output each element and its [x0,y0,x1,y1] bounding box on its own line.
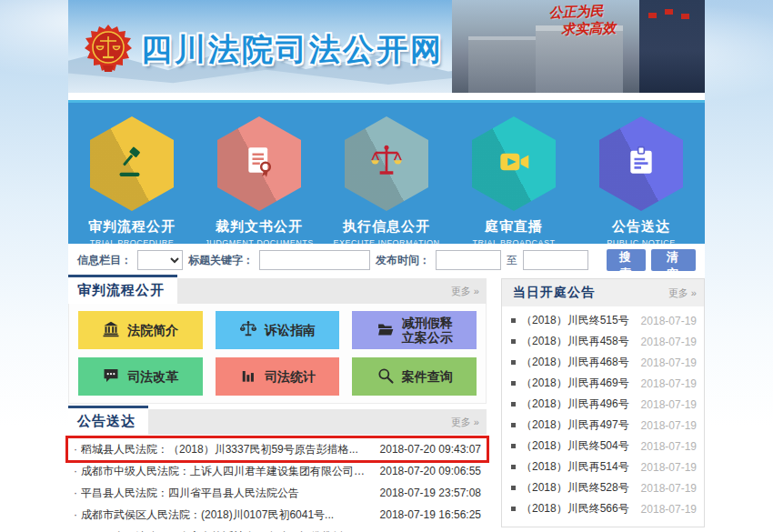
bullet-dot: · [74,487,77,499]
case-number[interactable]: （2018）川民终504号 [521,438,641,454]
notice-list-item[interactable]: · 平昌县人民法院：四川省平昌县人民法院公告 2018-07-19 23:57:… [68,482,487,504]
quick-link-label: 法院简介 [127,323,178,337]
notice-title[interactable]: 平昌县人民法院：原告牟文均诉被告覃奇才民间借贷纠纷一案民事... [81,529,373,532]
court-session-item[interactable]: （2018）川民终528号 2018-07-19 [511,477,697,498]
notice-title[interactable]: 稻城县人民法院：（2018）川3337民初59号原告彭措格... [81,442,373,457]
page-content: 四川法院司法公开网 公正为民 求实高效 审判流程公开 TRIAL PR [68,0,705,532]
nav-item[interactable]: 庭审直播 TRIAL BROADCAST [450,116,577,247]
public-notice-panel: 公告送达 更多 » · 稻城县人民法院：（2018）川3337民初59号原告彭措… [68,409,487,532]
trial-procedure-panel: 审判流程公开 更多 » 法院简介 诉讼指南 [68,278,487,404]
court-session-item[interactable]: （2018）川民再458号 2018-07-19 [511,331,697,352]
bank-icon [102,320,120,341]
hexagon-tile[interactable] [599,116,683,211]
quick-link-label: 诉讼指南 [265,323,316,337]
bullet-dot: · [74,465,77,477]
quick-link-button[interactable]: 减刑假释 立案公示 [352,311,477,349]
search-button[interactable]: 搜 索 [607,249,646,271]
notice-datetime: 2018-07-20 09:43:07 [380,443,481,456]
keyword-label: 标题关键字： [188,253,254,268]
court-session-item[interactable]: （2018）川民终504号 2018-07-19 [511,436,697,457]
trial-panel-tab[interactable]: 审判流程公开 [68,275,177,304]
quick-link-label: 案件查询 [402,369,453,384]
notice-title[interactable]: 平昌县人民法院：四川省平昌县人民法院公告 [81,486,373,501]
nav-label-zh[interactable]: 审判流程公开 [68,218,196,236]
hexagon-tile[interactable] [90,116,174,211]
court-session-item[interactable]: （2018）川民再514号 2018-07-19 [511,457,697,477]
category-select[interactable] [137,250,183,270]
trial-more-link[interactable]: 更多 » [451,285,479,298]
nav-item[interactable]: 裁判文书公开 JUDGMENT DOCUMENTS [196,116,323,247]
quick-link-label: 司法改革 [127,369,178,384]
court-session-item[interactable]: （2018）川民终566号 2018-07-19 [511,498,697,519]
court-session-item[interactable]: （2018）川民终515号 2018-07-19 [511,310,697,331]
case-date: 2018-07-19 [641,377,697,390]
quick-link-button[interactable]: 案件查询 [352,357,477,396]
court-panel-title: 当日开庭公告 [513,285,595,301]
nav-label-en: TRIAL PROCEDURE [68,238,196,247]
court-session-item[interactable]: （2018）川民再469号 2018-07-19 [511,373,697,394]
notice-title[interactable]: 成都市中级人民法院：上诉人四川君羊建设集团有限公司与被上诉... [81,464,373,479]
date-from-input[interactable] [436,250,501,270]
keyword-input[interactable] [259,250,370,270]
courthouse-photo: 公正为民 求实高效 [452,0,705,93]
nav-item[interactable]: 执行信息公开 EXECUTE INFORMATION [323,116,450,247]
search-bar: 信息栏目： 标题关键字： 发布时间： 至 搜 索 清空条件 [68,244,705,276]
case-number[interactable]: （2018）川民再496号 [521,396,641,412]
nav-label-en: PUBLIC NOTICE [577,238,705,247]
notice-more-link[interactable]: 更多 » [451,416,479,429]
case-number[interactable]: （2018）川民再468号 [521,355,641,370]
case-number[interactable]: （2018）川民再497号 [521,417,641,433]
notice-list-item[interactable]: · 成都市武侯区人民法院：(2018)川0107民初6041号... 2018-… [68,504,487,526]
case-number[interactable]: （2018）川民终528号 [521,480,641,496]
left-column: 审判流程公开 更多 » 法院简介 诉讼指南 [68,278,487,532]
hexagon-tile[interactable] [472,116,556,211]
nav-label-en: TRIAL BROADCAST [450,238,577,247]
quick-link-button[interactable]: 法院简介 [78,311,203,349]
notice-title[interactable]: 成都市武侯区人民法院：(2018)川0107民初6041号... [81,507,373,523]
nav-label-zh[interactable]: 公告送达 [577,218,705,236]
date-to-input[interactable] [523,250,588,270]
case-number[interactable]: （2018）川民终515号 [521,313,641,328]
hexagon-tile[interactable] [217,116,301,211]
nav-label-zh[interactable]: 裁判文书公开 [196,218,323,236]
bar-chart-icon [239,366,257,387]
notice-list-item[interactable]: · 平昌县人民法院：原告牟文均诉被告覃奇才民间借贷纠纷一案民事... 2018-… [68,526,487,532]
case-number[interactable]: （2018）川民再514号 [521,459,641,475]
nav-item[interactable]: 审判流程公开 TRIAL PROCEDURE [68,116,196,247]
bullet-square [511,339,516,344]
notice-list-item[interactable]: · 成都市中级人民法院：上诉人四川君羊建设集团有限公司与被上诉... 2018-… [68,460,487,482]
case-number[interactable]: （2018）川民终566号 [521,501,641,517]
clipboard-icon [623,144,659,184]
court-session-item[interactable]: （2018）川民再497号 2018-07-19 [511,415,697,436]
court-session-item[interactable]: （2018）川民再468号 2018-07-19 [511,352,697,373]
quick-link-button[interactable]: 司法改革 [78,357,203,396]
case-date: 2018-07-19 [641,419,697,432]
nav-item[interactable]: 公告送达 PUBLIC NOTICE [577,116,705,247]
quick-link-button[interactable]: 诉讼指南 [216,311,340,349]
case-date: 2018-07-19 [641,440,697,453]
case-number[interactable]: （2018）川民再469号 [521,376,641,391]
bullet-square [511,381,516,386]
court-session-item[interactable]: （2018）川民再496号 2018-07-19 [511,394,697,415]
clear-button[interactable]: 清空条件 [651,249,696,271]
nav-label-zh[interactable]: 庭审直播 [450,218,577,236]
case-number[interactable]: （2018）川民再458号 [521,334,641,349]
nav-label-en: JUDGMENT DOCUMENTS [196,238,323,247]
case-date: 2018-07-19 [641,315,697,327]
court-more-link[interactable]: 更多 » [668,286,697,300]
bullet-dot: · [74,443,77,456]
quick-link-button[interactable]: 司法统计 [216,357,340,396]
scales-dark-icon [239,320,257,341]
notice-panel-tab[interactable]: 公告送达 [68,406,148,435]
hexagon-tile[interactable] [345,116,428,211]
right-column: 当日开庭公告 更多 » （2018）川民终515号 2018-07-19 （2 [501,278,705,532]
notice-list-item[interactable]: · 稻城县人民法院：（2018）川3337民初59号原告彭措格... 2018-… [68,438,487,460]
court-session-list: （2018）川民终515号 2018-07-19 （2018）川民再458号 2… [502,306,704,527]
notice-list: · 稻城县人民法院：（2018）川3337民初59号原告彭措格... 2018-… [68,435,487,532]
court-panel-header: 当日开庭公告 更多 » [502,279,704,306]
bullet-square [511,465,516,469]
case-date: 2018-07-19 [641,461,697,474]
site-title: 四川法院司法公开网 [141,29,444,71]
scales-red-icon [368,144,405,184]
nav-label-zh[interactable]: 执行信息公开 [323,218,450,236]
